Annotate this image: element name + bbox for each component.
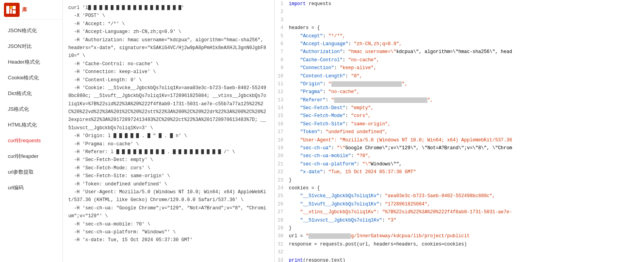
code-line: 33print(response.text) <box>275 257 644 262</box>
line-number: 8 <box>275 56 289 64</box>
sidebar-item[interactable]: Header格式化 <box>2 55 60 70</box>
line-number: 10 <box>275 72 289 80</box>
sidebar-item[interactable]: Dict格式化 <box>2 86 60 101</box>
line-content: "Accept": "*/*", <box>289 32 644 40</box>
code-line: 6 "Accept-Language": "zh-CN,zh;q=0.9", <box>275 40 644 48</box>
code-line: 28 "__51uvsct__JgbckbQs7oliq1Kv": "3" <box>275 216 644 224</box>
code-line: 3 <box>275 16 644 24</box>
sidebar-item[interactable]: JS格式化 <box>2 102 60 117</box>
code-container: 1import requests234headers = {5 "Accept"… <box>275 0 644 262</box>
code-line: 10 "Content-Length": "0", <box>275 72 644 80</box>
line-number: 12 <box>275 88 289 96</box>
line-number: 28 <box>275 216 289 224</box>
line-number: 6 <box>275 40 289 48</box>
line-content: "Sec-Fetch-Site": "same-origin", <box>289 120 644 128</box>
line-number: 3 <box>275 16 289 24</box>
line-content <box>289 8 644 16</box>
code-line: 13 "Referer": "█ █ █ █ █ █ █ █ █ █ █ █ █… <box>275 96 644 104</box>
line-number: 19 <box>275 144 289 152</box>
code-line: 32 <box>275 248 644 256</box>
line-number: 32 <box>275 248 289 256</box>
code-line: 1import requests <box>275 0 644 8</box>
logo-icon <box>4 3 20 17</box>
line-content: "Accept-Language": "zh-CN,zh;q=0.9", <box>289 40 644 48</box>
code-line: 7 "Authorization": "hmac username=\"kdcp… <box>275 48 644 56</box>
line-number: 22 <box>275 168 289 176</box>
line-number: 9 <box>275 64 289 72</box>
sidebar-item[interactable]: JSON对比 <box>2 39 60 54</box>
code-line: 20 "sec-ch-ua-mobile": "?0", <box>275 152 644 160</box>
line-number: 26 <box>275 200 289 208</box>
sidebar-menu: JSON格式化JSON对比Header格式化Cookie格式化Dict格式化JS… <box>0 20 62 199</box>
line-content: "__51uvsct__JgbckbQs7oliq1Kv": "3" <box>289 216 644 224</box>
code-line: 9 "Connection": "keep-alive", <box>275 64 644 72</box>
line-content: cookies = { <box>289 184 644 192</box>
code-line: 30url = "█ █ █ █ █ █ █ █g/InnerGateway/k… <box>275 232 644 240</box>
svg-rect-3 <box>13 10 16 14</box>
line-number: 25 <box>275 192 289 200</box>
line-number: 5 <box>275 32 289 40</box>
line-content <box>289 248 644 256</box>
code-line: 14 "Sec-Fetch-Dest": "empty", <box>275 104 644 112</box>
code-line: 5 "Accept": "*/*", <box>275 32 644 40</box>
line-content <box>289 16 644 24</box>
main-content: curl 'l█ █ █ █ █ █ █ █ █ █ █ █ █ █ █ █ █… <box>63 0 644 262</box>
code-line: 16 "Sec-Fetch-Site": "same-origin", <box>275 120 644 128</box>
line-content: } <box>289 176 644 184</box>
sidebar-item[interactable]: HTML格式化 <box>2 117 60 132</box>
code-line: 24cookies = { <box>275 184 644 192</box>
line-number: 33 <box>275 257 289 262</box>
code-line: 21 "sec-ch-ua-platform": "\"Windows\"", <box>275 160 644 168</box>
logo-area: 库 <box>0 0 62 20</box>
line-content: url = "█ █ █ █ █ █ █ █g/InnerGateway/kdc… <box>289 232 644 240</box>
line-content: "sec-ch-ua-mobile": "?0", <box>289 152 644 160</box>
line-content: "Cache-Control": "no-cache", <box>289 56 644 64</box>
line-number: 2 <box>275 8 289 16</box>
code-line: 11 "Origin": "█ █ █ █ █ █ █ █ █ █ █ █ █"… <box>275 80 644 88</box>
line-content: "__51vcke__JgbckbQs7oliq1Kv": "aea03e3c-… <box>289 192 644 200</box>
line-number: 7 <box>275 48 289 56</box>
line-number: 30 <box>275 232 289 240</box>
sidebar-item[interactable]: curl转requests <box>2 133 60 148</box>
line-number: 31 <box>275 240 289 248</box>
curl-input-panel[interactable]: curl 'l█ █ █ █ █ █ █ █ █ █ █ █ █ █ █ █ █… <box>63 0 275 262</box>
code-line: 22 "x-date": "Tue, 15 Oct 2024 05:37:30 … <box>275 168 644 176</box>
line-number: 21 <box>275 160 289 168</box>
line-number: 17 <box>275 128 289 136</box>
svg-rect-0 <box>6 6 9 14</box>
line-content: "Sec-Fetch-Mode": "cors", <box>289 112 644 120</box>
line-content: "Authorization": "hmac username=\"kdcpua… <box>289 48 644 56</box>
code-line: 2 <box>275 8 644 16</box>
sidebar-item[interactable]: JSON格式化 <box>2 23 60 38</box>
line-content: headers = { <box>289 24 644 32</box>
code-line: 26 "__51vuft__JgbckbQs7oliq1Kv": "172896… <box>275 200 644 208</box>
line-content: "Sec-Fetch-Dest": "empty", <box>289 104 644 112</box>
line-content: "Token": "undefined undefined", <box>289 128 644 136</box>
sidebar-item[interactable]: url编码 <box>2 180 60 195</box>
line-content: "User-Agent": "Mozilla/5.0 (Windows NT 1… <box>289 136 644 144</box>
sidebar-item[interactable]: url参数提取 <box>2 165 60 180</box>
line-number: 15 <box>275 112 289 120</box>
code-line: 18 "User-Agent": "Mozilla/5.0 (Windows N… <box>275 136 644 144</box>
code-line: 25 "__51vcke__JgbckbQs7oliq1Kv": "aea03e… <box>275 192 644 200</box>
line-number: 18 <box>275 136 289 144</box>
line-content: "sec-ch-ua-platform": "\"Windows\"", <box>289 160 644 168</box>
line-number: 1 <box>275 0 289 8</box>
sidebar-item[interactable]: curl转feapder <box>2 149 60 164</box>
line-number: 4 <box>275 24 289 32</box>
line-content: "Pragma": "no-cache", <box>289 88 644 96</box>
line-content: print(response.text) <box>289 257 644 262</box>
line-number: 23 <box>275 176 289 184</box>
sidebar-item[interactable]: Cookie格式化 <box>2 70 60 85</box>
line-number: 24 <box>275 184 289 192</box>
line-number: 16 <box>275 120 289 128</box>
line-number: 11 <box>275 80 289 88</box>
line-number: 20 <box>275 152 289 160</box>
line-content: response = requests.post(url, headers=he… <box>289 240 644 248</box>
code-line: 17 "Token": "undefined undefined", <box>275 128 644 136</box>
line-content: import requests <box>289 0 644 8</box>
line-content: "__51vuft__JgbckbQs7oliq1Kv": "172896182… <box>289 200 644 208</box>
line-content: "Origin": "█ █ █ █ █ █ █ █ █ █ █ █ █", <box>289 80 644 88</box>
code-line: 8 "Cache-Control": "no-cache", <box>275 56 644 64</box>
line-content: "Content-Length": "0", <box>289 72 644 80</box>
